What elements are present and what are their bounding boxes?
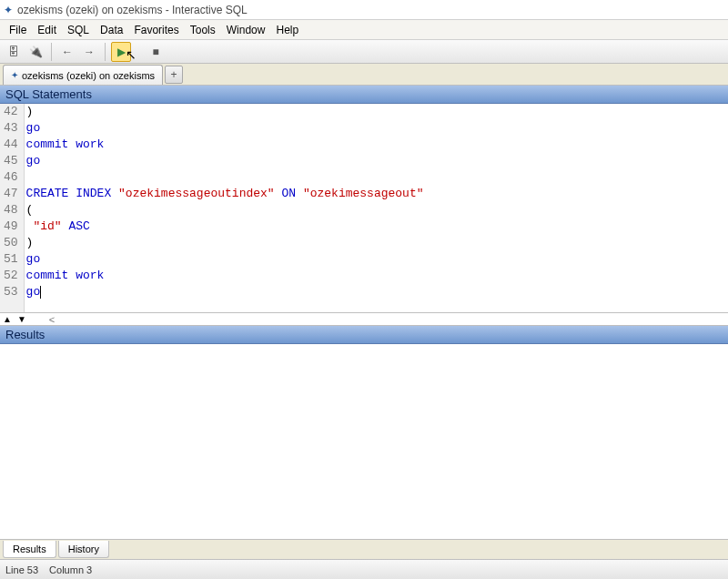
menu-sql[interactable]: SQL — [62, 22, 95, 38]
results-header: Results — [0, 326, 728, 344]
line-number-gutter: 424344454647484950515253 — [0, 104, 25, 312]
scroll-down-icon[interactable]: ▼ — [15, 314, 29, 324]
tab-history[interactable]: History — [58, 541, 109, 558]
code-content[interactable]: )gocommit workgoCREATE INDEX "ozekimessa… — [25, 104, 728, 312]
menu-edit[interactable]: Edit — [32, 22, 62, 38]
tab-results[interactable]: Results — [3, 541, 56, 558]
run-button[interactable]: ▶ — [111, 42, 131, 62]
status-line: Line 53 — [5, 564, 38, 575]
menu-help[interactable]: Help — [270, 22, 304, 38]
toolbar-separator — [51, 43, 52, 61]
toolbar: 🗄 🔌 ← → ▶ ↖ ■ — [0, 40, 728, 64]
new-tab-button[interactable]: + — [165, 66, 183, 84]
results-tab-bar: Results History — [0, 539, 728, 559]
status-bar: Line 53 Column 3 — [0, 559, 728, 579]
results-panel — [0, 344, 728, 539]
window-title: ozekisms (ozeki) on ozekisms - Interacti… — [17, 4, 248, 16]
menu-tools[interactable]: Tools — [185, 22, 221, 38]
nav-forward-button[interactable]: → — [79, 42, 99, 62]
status-column: Column 3 — [49, 564, 92, 575]
stop-button[interactable]: ■ — [146, 42, 166, 62]
editor-tab-bar: ✦ ozekisms (ozeki) on ozekisms + — [0, 64, 728, 86]
scroll-up-icon[interactable]: ▲ — [0, 314, 15, 324]
tab-label: ozekisms (ozeki) on ozekisms — [22, 70, 155, 81]
code-editor[interactable]: 424344454647484950515253 )gocommit workg… — [0, 104, 728, 313]
sql-statements-header: SQL Statements — [0, 86, 728, 104]
toolbar-db-icon[interactable]: 🗄 — [4, 42, 24, 62]
title-bar: ✦ ozekisms (ozeki) on ozekisms - Interac… — [0, 0, 728, 20]
tab-doc-icon: ✦ — [11, 70, 18, 80]
app-icon: ✦ — [4, 4, 13, 16]
toolbar-separator — [105, 43, 106, 61]
menu-window[interactable]: Window — [221, 22, 271, 38]
menu-file[interactable]: File — [4, 22, 32, 38]
horizontal-scroll-hint: < — [29, 314, 55, 325]
nav-back-button[interactable]: ← — [57, 42, 77, 62]
menu-data[interactable]: Data — [95, 22, 128, 38]
split-handle[interactable]: ▲ ▼ < — [0, 313, 728, 326]
menu-bar: File Edit SQL Data Favorites Tools Windo… — [0, 20, 728, 40]
menu-favorites[interactable]: Favorites — [128, 22, 184, 38]
editor-tab-active[interactable]: ✦ ozekisms (ozeki) on ozekisms — [3, 65, 163, 85]
toolbar-connect-icon[interactable]: 🔌 — [25, 42, 46, 62]
